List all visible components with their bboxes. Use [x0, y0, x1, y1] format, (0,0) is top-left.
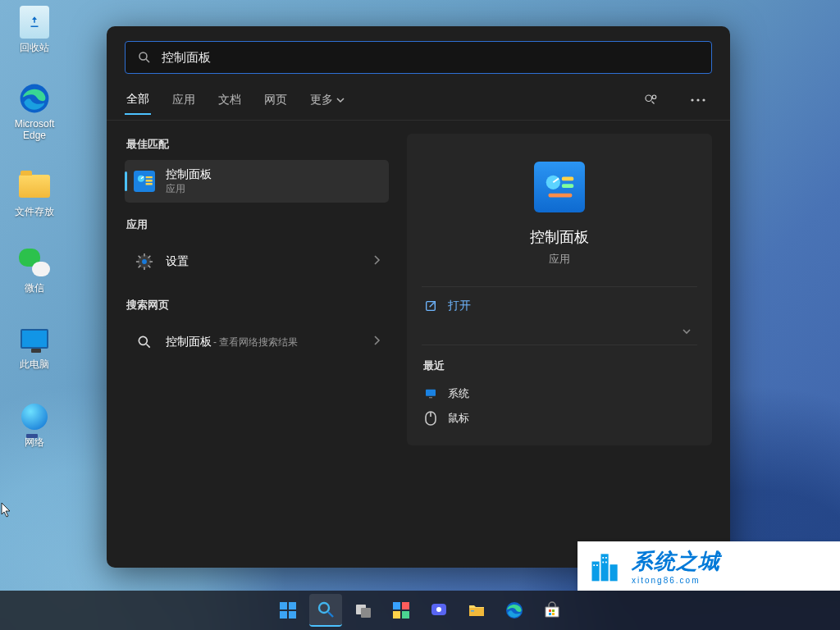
chat-button[interactable] [422, 594, 455, 627]
edge-icon [18, 82, 51, 115]
svg-point-1 [139, 52, 147, 60]
section-best-match: 最佳匹配 [126, 137, 389, 152]
result-title: 控制面板 [166, 167, 212, 182]
result-control-panel[interactable]: 控制面板 应用 [125, 160, 389, 203]
file-explorer-button[interactable] [460, 594, 493, 627]
svg-point-7 [702, 98, 705, 101]
svg-rect-36 [596, 564, 598, 566]
search-tabs: 全部 应用 文档 网页 更多 [107, 85, 730, 115]
widgets-button[interactable] [385, 594, 418, 627]
desktop-icon-recycle-bin[interactable]: 回收站 [4, 6, 65, 53]
search-panel: 全部 应用 文档 网页 更多 最佳匹配 控制面板 应用 [107, 26, 730, 568]
folder-icon [18, 170, 51, 203]
watermark-url: xitong86.com [632, 576, 720, 585]
history-button[interactable] [637, 86, 664, 114]
desktop-icon-label: 微信 [4, 282, 65, 294]
svg-point-23 [546, 176, 560, 189]
more-options-button[interactable] [684, 86, 712, 114]
svg-line-16 [139, 256, 141, 258]
mouse-icon [423, 411, 438, 426]
recent-item-label: 鼠标 [448, 411, 469, 426]
desktop-icon-folder[interactable]: 文件存放 [4, 170, 65, 217]
result-title: 控制面板 [166, 335, 212, 349]
control-panel-icon-large [534, 162, 585, 212]
svg-rect-37 [602, 557, 604, 559]
tab-web[interactable]: 网页 [262, 86, 289, 114]
cursor-icon [1, 502, 12, 518]
svg-rect-34 [610, 564, 618, 581]
svg-rect-24 [562, 177, 573, 181]
tab-more-label: 更多 [310, 93, 333, 107]
svg-rect-28 [426, 390, 436, 396]
svg-rect-50 [402, 602, 409, 609]
detail-title: 控制面板 [530, 227, 589, 247]
svg-line-46 [328, 612, 333, 617]
watermark-brand: 系统之城 [632, 547, 720, 576]
desktop-icon-edge[interactable]: Microsoft Edge [4, 82, 65, 142]
recent-item-mouse[interactable]: 鼠标 [407, 406, 712, 431]
tab-more[interactable]: 更多 [308, 86, 346, 114]
svg-rect-55 [469, 608, 484, 616]
store-button[interactable] [536, 594, 568, 627]
desktop-icon-network[interactable]: 网络 [4, 400, 65, 448]
watermark-logo: 系统之城 xitong86.com [578, 541, 840, 591]
taskbar-search-button[interactable] [309, 594, 342, 627]
task-view-button[interactable] [347, 594, 380, 627]
result-settings[interactable]: 设置 [125, 240, 389, 283]
expand-actions-button[interactable] [681, 326, 692, 340]
result-web-search[interactable]: 控制面板 - 查看网络搜索结果 [125, 321, 389, 363]
monitor-icon [423, 386, 438, 401]
globe-icon [18, 400, 51, 433]
svg-point-5 [691, 98, 693, 101]
svg-rect-58 [549, 609, 551, 612]
svg-rect-49 [393, 602, 400, 609]
svg-rect-29 [429, 397, 432, 398]
desktop-icon-label: 回收站 [4, 42, 65, 53]
svg-rect-39 [602, 562, 604, 564]
svg-point-20 [139, 336, 147, 345]
svg-point-3 [646, 95, 652, 102]
desktop-icon-this-pc[interactable]: 此电脑 [4, 322, 65, 370]
svg-line-2 [146, 59, 149, 62]
chevron-right-icon [372, 335, 381, 349]
recent-item-system[interactable]: 系统 [407, 381, 712, 406]
search-icon [137, 50, 152, 65]
results-pane: 最佳匹配 控制面板 应用 应用 设置 [107, 121, 395, 568]
tab-apps[interactable]: 应用 [171, 86, 197, 114]
svg-point-45 [319, 603, 329, 613]
search-input[interactable] [162, 51, 700, 65]
open-icon [423, 299, 438, 313]
search-icon [133, 331, 156, 354]
city-icon [587, 548, 623, 584]
control-panel-icon [133, 170, 156, 193]
svg-rect-61 [552, 613, 555, 615]
svg-rect-51 [393, 611, 400, 619]
wechat-icon [18, 246, 51, 279]
action-open-label: 打开 [448, 299, 471, 313]
monitor-icon [18, 322, 51, 355]
search-box[interactable] [125, 41, 712, 74]
result-suffix: - 查看网络搜索结果 [213, 336, 298, 349]
svg-rect-56 [471, 610, 474, 612]
svg-rect-40 [605, 562, 607, 564]
svg-rect-48 [361, 608, 371, 618]
svg-rect-35 [593, 564, 595, 566]
result-title: 设置 [166, 254, 189, 269]
svg-point-54 [436, 607, 441, 612]
result-subtitle: 应用 [166, 182, 212, 196]
svg-rect-25 [562, 184, 573, 188]
desktop-icon-wechat[interactable]: 微信 [4, 246, 65, 294]
tab-docs[interactable]: 文档 [217, 86, 243, 114]
svg-rect-60 [549, 613, 551, 615]
section-apps: 应用 [126, 217, 389, 232]
action-open[interactable]: 打开 [407, 287, 712, 325]
svg-rect-33 [601, 554, 609, 581]
start-button[interactable] [272, 594, 304, 627]
svg-rect-26 [549, 194, 573, 198]
svg-rect-52 [402, 611, 409, 619]
edge-button[interactable] [498, 594, 531, 627]
desktop-icon-label: 网络 [4, 436, 65, 448]
tab-all[interactable]: 全部 [125, 85, 151, 115]
chevron-right-icon [372, 254, 381, 269]
recent-item-label: 系统 [448, 386, 469, 401]
